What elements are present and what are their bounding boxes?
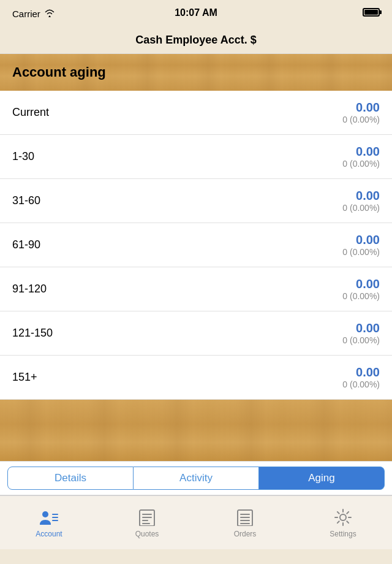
svg-rect-13 [240, 523, 250, 524]
aging-count-151plus: 0 (0.00%) [342, 379, 380, 389]
nav-orders-label: Orders [234, 530, 257, 538]
aging-values-1-30: 0.00 0 (0.00%) [342, 145, 380, 169]
aging-amount-91-120: 0.00 [342, 277, 380, 291]
aging-amount-151plus: 0.00 [342, 365, 380, 379]
page-title: Cash Employee Acct. $ [135, 34, 256, 47]
svg-rect-2 [52, 517, 58, 518]
aging-count-121-150: 0 (0.00%) [342, 335, 380, 345]
wood-spacer [0, 400, 392, 461]
aging-row-151plus[interactable]: 151+ 0.00 0 (0.00%) [0, 356, 392, 400]
section-header: Account aging [0, 54, 392, 91]
svg-rect-6 [142, 517, 152, 518]
aging-values-151plus: 0.00 0 (0.00%) [342, 365, 380, 389]
aging-amount-61-90: 0.00 [342, 233, 380, 247]
status-bar: Carrier 10:07 AM [0, 0, 392, 27]
svg-rect-1 [52, 514, 58, 515]
nav-settings[interactable]: Settings [294, 496, 392, 549]
aging-label-31-60: 31-60 [12, 194, 40, 207]
svg-rect-7 [142, 520, 148, 521]
aging-values-91-120: 0.00 0 (0.00%) [342, 277, 380, 301]
svg-line-20 [347, 521, 349, 523]
aging-amount-1-30: 0.00 [342, 145, 380, 159]
svg-rect-8 [142, 523, 150, 524]
nav-account-label: Account [36, 530, 62, 538]
aging-count-current: 0 (0.00%) [342, 115, 380, 124]
svg-rect-10 [240, 514, 250, 515]
aging-label-1-30: 1-30 [12, 150, 34, 163]
quotes-icon [136, 508, 158, 527]
aging-values-current: 0.00 0 (0.00%) [342, 101, 380, 124]
aging-row-current[interactable]: Current 0.00 0 (0.00%) [0, 91, 392, 135]
aging-row-1-30[interactable]: 1-30 0.00 0 (0.00%) [0, 135, 392, 179]
svg-line-22 [337, 521, 339, 523]
aging-count-91-120: 0 (0.00%) [342, 291, 380, 301]
aging-amount-current: 0.00 [342, 101, 380, 115]
nav-account[interactable]: Account [0, 496, 98, 549]
svg-rect-3 [52, 520, 58, 521]
aging-count-61-90: 0 (0.00%) [342, 247, 380, 257]
nav-settings-label: Settings [330, 530, 356, 538]
battery-icon [363, 8, 380, 19]
svg-point-14 [340, 514, 346, 520]
tab-bar: Details Activity Aging [0, 461, 392, 495]
tab-details[interactable]: Details [7, 467, 134, 490]
svg-rect-12 [240, 520, 250, 521]
account-icon [38, 508, 60, 527]
orders-icon [234, 508, 256, 527]
bottom-nav: Account Quotes Orders [0, 495, 392, 549]
aging-amount-31-60: 0.00 [342, 189, 380, 203]
nav-orders[interactable]: Orders [196, 496, 294, 549]
aging-label-91-120: 91-120 [12, 283, 47, 295]
wifi-icon [44, 9, 55, 19]
aging-count-31-60: 0 (0.00%) [342, 203, 380, 213]
aging-values-61-90: 0.00 0 (0.00%) [342, 233, 380, 257]
aging-label-121-150: 121-150 [12, 327, 53, 340]
svg-rect-11 [240, 517, 250, 518]
nav-quotes-label: Quotes [135, 530, 159, 538]
section-header-label: Account aging [12, 64, 106, 80]
aging-label-61-90: 61-90 [12, 238, 40, 251]
tab-activity[interactable]: Activity [134, 467, 259, 490]
svg-rect-5 [142, 514, 152, 515]
aging-count-1-30: 0 (0.00%) [342, 159, 380, 169]
svg-line-19 [337, 511, 339, 513]
status-time: 10:07 AM [175, 7, 217, 18]
aging-amount-121-150: 0.00 [342, 321, 380, 335]
aging-row-31-60[interactable]: 31-60 0.00 0 (0.00%) [0, 179, 392, 223]
aging-content: Current 0.00 0 (0.00%) 1-30 0.00 0 (0.00… [0, 91, 392, 400]
tab-aging[interactable]: Aging [259, 467, 385, 490]
page-header: Cash Employee Acct. $ [0, 27, 392, 54]
nav-quotes[interactable]: Quotes [98, 496, 196, 549]
aging-values-31-60: 0.00 0 (0.00%) [342, 189, 380, 213]
carrier-text: Carrier [12, 9, 55, 19]
svg-point-0 [42, 511, 48, 517]
aging-label-151plus: 151+ [12, 371, 37, 384]
svg-line-21 [347, 511, 349, 513]
aging-values-121-150: 0.00 0 (0.00%) [342, 321, 380, 345]
aging-label-current: Current [12, 106, 49, 119]
aging-row-61-90[interactable]: 61-90 0.00 0 (0.00%) [0, 223, 392, 267]
settings-icon [332, 508, 354, 527]
aging-row-91-120[interactable]: 91-120 0.00 0 (0.00%) [0, 267, 392, 311]
aging-row-121-150[interactable]: 121-150 0.00 0 (0.00%) [0, 311, 392, 356]
